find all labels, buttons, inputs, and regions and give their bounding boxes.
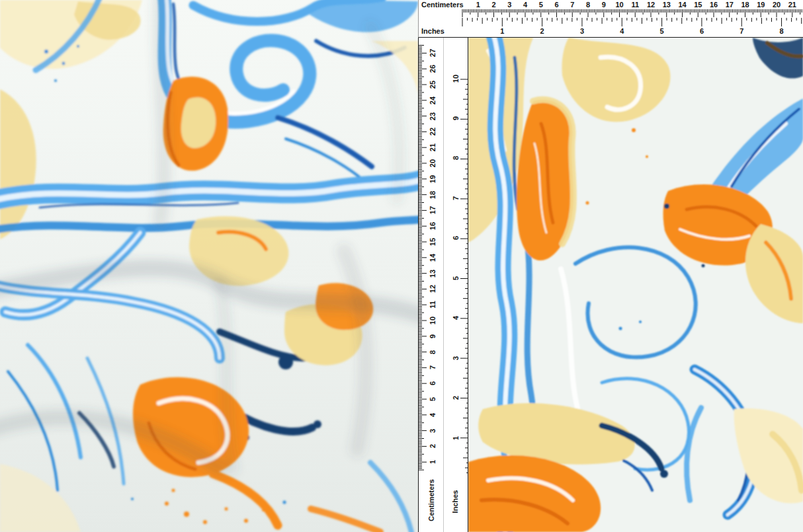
v-cm-number: 15 — [429, 238, 437, 246]
h-inch-number: 5 — [660, 27, 664, 35]
h-cm-number: 12 — [647, 1, 655, 9]
v-cm-number: 22 — [429, 128, 437, 135]
draped-fabric-photo — [0, 0, 418, 532]
h-inch-number: 8 — [780, 27, 784, 35]
h-cm-number: 1 — [476, 1, 480, 9]
h-inch-number: 6 — [700, 27, 704, 35]
v-cm-number: 26 — [429, 65, 437, 73]
h-inch-number: 7 — [740, 27, 743, 35]
h-inch-number: 3 — [580, 27, 584, 35]
fabric-listing-photo: Centimeters 1234567891011121314151617181… — [0, 0, 803, 532]
horizontal-inch-label: Inches — [421, 27, 444, 35]
v-cm-number: 11 — [429, 301, 437, 309]
v-cm-number: 24 — [429, 96, 437, 104]
v-cm-number: 17 — [429, 206, 437, 214]
horizontal-ruler: Centimeters 1234567891011121314151617181… — [418, 0, 803, 38]
h-cm-number: 11 — [631, 1, 639, 9]
h-cm-number: 21 — [788, 1, 796, 9]
h-cm-number: 15 — [694, 1, 702, 9]
v-cm-number: 2 — [429, 444, 437, 448]
h-cm-number: 2 — [491, 1, 495, 9]
v-cm-ticks — [419, 38, 428, 532]
v-cm-number: 20 — [429, 159, 437, 167]
v-cm-number: 25 — [429, 81, 437, 89]
h-cm-number: 4 — [523, 1, 527, 9]
v-cm-number: 19 — [429, 175, 437, 183]
h-cm-number: 5 — [539, 1, 543, 9]
vertical-ruler: 2726252423222120191817161514131211109876… — [418, 38, 468, 532]
v-cm-number: 14 — [429, 254, 437, 262]
flat-fabric-graphic — [468, 38, 803, 532]
v-cm-number: 6 — [429, 381, 437, 385]
h-cm-number: 16 — [710, 1, 718, 9]
v-cm-number: 5 — [429, 397, 437, 401]
h-cm-number: 7 — [570, 1, 574, 9]
v-cm-number: 10 — [429, 317, 437, 324]
h-cm-number: 9 — [602, 1, 606, 9]
h-cm-number: 6 — [554, 1, 558, 9]
h-cm-number: 18 — [741, 1, 749, 9]
v-cm-number: 1 — [429, 460, 437, 464]
h-cm-number: 10 — [615, 1, 623, 9]
h-inch-number: 2 — [540, 27, 544, 35]
h-cm-number: 14 — [678, 1, 686, 9]
h-cm-number: 3 — [507, 1, 511, 9]
h-cm-number: 19 — [757, 1, 765, 9]
v-cm-number: 3 — [429, 429, 437, 433]
h-cm-ticks — [419, 9, 803, 18]
v-cm-number: 13 — [429, 269, 437, 277]
v-cm-number: 4 — [429, 413, 437, 417]
v-cm-number: 16 — [429, 222, 437, 230]
h-inch-number: 1 — [500, 27, 504, 35]
v-cm-number: 23 — [429, 112, 437, 120]
draped-fabric-graphic — [0, 0, 418, 532]
h-cm-number: 17 — [726, 1, 734, 9]
h-inch-number: 4 — [620, 27, 624, 35]
v-cm-number: 9 — [429, 334, 437, 338]
v-cm-number: 21 — [429, 143, 437, 151]
h-inch-ticks — [419, 18, 803, 26]
h-cm-number: 8 — [586, 1, 590, 9]
v-cm-number: 12 — [429, 285, 437, 293]
v-cm-number: 18 — [429, 190, 437, 198]
v-inch-ticks — [459, 38, 469, 532]
ruler-divider — [443, 38, 444, 532]
v-cm-number: 27 — [429, 49, 437, 57]
vertical-cm-label: Centimeters — [427, 479, 435, 521]
horizontal-cm-label: Centimeters — [421, 1, 464, 9]
vertical-inch-label: Inches — [451, 490, 459, 513]
v-cm-number: 8 — [429, 350, 437, 354]
flat-fabric-photo — [468, 38, 803, 532]
h-cm-number: 13 — [663, 1, 671, 9]
h-cm-number: 20 — [773, 1, 781, 9]
v-cm-number: 7 — [429, 365, 437, 369]
